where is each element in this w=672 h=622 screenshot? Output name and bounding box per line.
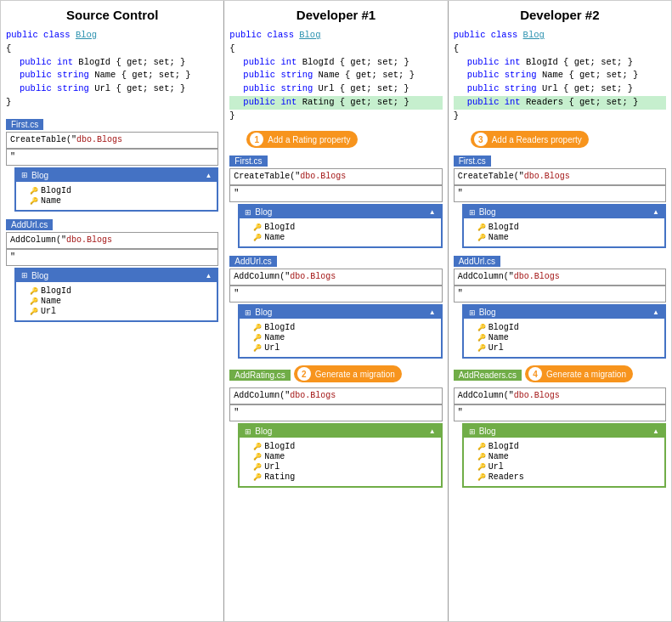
file-code-line: "	[229, 286, 442, 303]
field-name: Name	[41, 196, 61, 206]
field-icon: 🔑	[477, 234, 486, 241]
field-icon: 🔑	[477, 334, 486, 342]
field-row: 🔑BlogId	[469, 323, 659, 332]
field-icon: 🔑	[30, 308, 38, 315]
file-label: First.cs	[454, 156, 491, 167]
annotation-3: 3Add a Readers property	[471, 131, 589, 148]
file-code-line: AddColumn("dbo.Blogs	[454, 387, 666, 404]
entity-name: Blog	[255, 207, 272, 217]
field-name: Rating	[264, 472, 295, 482]
field-icon: 🔑	[253, 324, 262, 331]
annotation-4: 4Generate a migration	[525, 365, 633, 382]
field-name: BlogId	[488, 442, 519, 451]
file-with-annotation: AddReaders.cs4Generate a migrationAddCol…	[454, 364, 666, 488]
field-row: 🔑Url	[245, 343, 435, 353]
entity-name: Blog	[31, 271, 48, 280]
field-name: BlogId	[264, 223, 295, 232]
annotation-2: 2Generate a migration	[294, 365, 402, 382]
table-icon: ⊞	[245, 308, 251, 317]
file-code-line: CreateTable("dbo.Blogs	[454, 168, 666, 185]
field-icon: 🔑	[253, 453, 262, 461]
file-code-line: "	[454, 404, 666, 421]
file-label: AddUrl.cs	[6, 219, 53, 230]
column-3: Developer #2public class Blog{public int…	[449, 1, 671, 621]
column-title: Developer #1	[229, 8, 442, 22]
table-icon: ⊞	[245, 427, 251, 436]
field-icon: 🔑	[477, 223, 486, 231]
field-icon: 🔑	[30, 287, 38, 295]
field-name: Name	[488, 452, 509, 461]
file-section: First.csCreateTable("dbo.Blogs"⊞Blog▲🔑Bl…	[229, 153, 442, 248]
field-name: Name	[488, 333, 509, 342]
code-block: public class Blog{public int BlogId { ge…	[6, 29, 218, 110]
file-label: First.cs	[6, 119, 43, 130]
field-icon: 🔑	[30, 197, 38, 205]
table-icon: ⊞	[21, 271, 28, 280]
field-name: Url	[264, 343, 280, 353]
field-icon: 🔑	[253, 344, 262, 352]
chevron-up-icon: ▲	[205, 172, 212, 179]
file-section: AddUrl.csAddColumn("dbo.Blogs"⊞Blog▲🔑Blo…	[6, 217, 218, 322]
field-name: BlogId	[41, 186, 71, 195]
field-icon: 🔑	[477, 344, 486, 352]
field-icon: 🔑	[253, 334, 262, 342]
field-icon: 🔑	[253, 463, 262, 471]
field-icon: 🔑	[253, 443, 262, 450]
field-icon: 🔑	[477, 453, 486, 461]
field-name: BlogId	[488, 323, 519, 332]
file-section: First.csCreateTable("dbo.Blogs"⊞Blog▲🔑Bl…	[6, 116, 218, 212]
chevron-up-icon: ▲	[205, 272, 212, 280]
field-icon: 🔑	[30, 297, 38, 305]
field-name: BlogId	[264, 323, 295, 332]
field-name: Name	[264, 333, 285, 342]
column-title: Source Control	[6, 8, 218, 22]
file-label: AddUrl.cs	[454, 256, 500, 267]
field-row: 🔑Name	[245, 333, 435, 342]
field-row: 🔑BlogId	[21, 186, 212, 195]
field-icon: 🔑	[477, 473, 486, 481]
file-code-line: "	[454, 185, 666, 202]
field-row: 🔑Name	[245, 452, 435, 461]
column-title: Developer #2	[454, 8, 666, 22]
file-code-line: "	[6, 249, 218, 266]
file-label: First.cs	[229, 156, 267, 167]
field-row: 🔑Url	[469, 462, 659, 472]
field-icon: 🔑	[477, 443, 486, 450]
field-icon: 🔑	[30, 187, 38, 195]
field-row: 🔑BlogId	[21, 286, 212, 296]
field-row: 🔑Name	[469, 452, 659, 461]
column-1: Source Controlpublic class Blog{public i…	[1, 1, 224, 621]
file-label: AddRating.cs	[229, 370, 290, 381]
file-code-line: AddColumn("dbo.Blogs	[454, 269, 666, 286]
entity-name: Blog	[479, 308, 496, 317]
field-name: Name	[41, 297, 61, 306]
resx-panel: ⊞Blog▲🔑BlogId🔑Name🔑Url	[462, 304, 666, 359]
code-block: public class Blog{public int BlogId { ge…	[229, 29, 442, 122]
resx-panel: ⊞Blog▲🔑BlogId🔑Name	[238, 204, 442, 248]
file-code-line: "	[454, 286, 666, 303]
table-icon: ⊞	[21, 171, 28, 179]
file-code-line: "	[229, 185, 442, 202]
field-icon: 🔑	[477, 324, 486, 331]
table-icon: ⊞	[469, 427, 476, 436]
field-name: Readers	[488, 472, 524, 482]
field-icon: 🔑	[253, 473, 262, 481]
resx-panel: ⊞Blog▲🔑BlogId🔑Name	[14, 167, 218, 212]
field-row: 🔑Name	[245, 233, 435, 242]
file-code-line: CreateTable("dbo.Blogs	[229, 168, 442, 185]
field-row: 🔑Rating	[245, 472, 435, 482]
field-row: 🔑BlogId	[245, 442, 435, 451]
field-name: Name	[488, 233, 509, 242]
table-icon: ⊞	[469, 208, 476, 217]
chevron-up-icon: ▲	[652, 308, 659, 316]
annotation-1: 1Add a Rating property	[246, 131, 357, 148]
file-with-annotation: AddRating.cs2Generate a migrationAddColu…	[229, 364, 442, 488]
file-code-line: AddColumn("dbo.Blogs	[229, 269, 442, 286]
table-icon: ⊞	[245, 208, 251, 217]
entity-name: Blog	[479, 207, 496, 217]
field-icon: 🔑	[253, 223, 262, 231]
field-name: BlogId	[41, 286, 71, 296]
file-code-line: AddColumn("dbo.Blogs	[229, 387, 442, 404]
entity-name: Blog	[479, 427, 496, 436]
field-row: 🔑Readers	[469, 472, 659, 482]
